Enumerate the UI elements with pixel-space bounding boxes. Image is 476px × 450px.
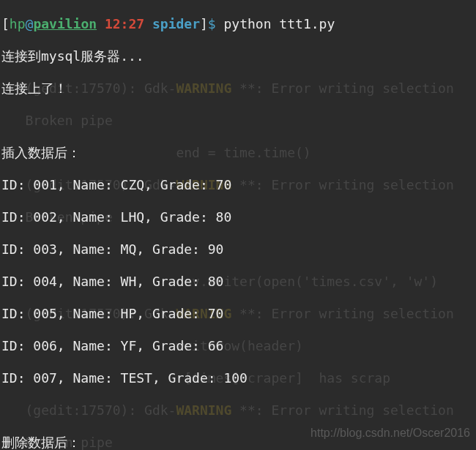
- prompt-host: pavilion: [33, 16, 97, 31]
- data-row: ID: 002, Name: LHQ, Grade: 80: [1, 209, 476, 225]
- prompt-dir: spider: [152, 16, 200, 31]
- data-row: ID: 001, Name: CZQ, Grade: 70: [1, 177, 476, 193]
- bracket-close: ]: [200, 16, 208, 31]
- connect-line: 连接到mysql服务器...: [1, 48, 476, 64]
- data-row: ID: 003, Name: MQ, Grade: 90: [1, 241, 476, 258]
- data-row: ID: 007, Name: TEST, Grade: 100: [1, 370, 476, 386]
- prompt-at: @: [26, 16, 34, 31]
- connected-line: 连接上了！: [1, 80, 476, 97]
- watermark: http://blog.csdn.net/Oscer2016: [310, 425, 470, 441]
- data-row: ID: 004, Name: WH, Grade: 80: [1, 274, 476, 290]
- data-row: ID: 005, Name: HP, Grade: 70: [1, 306, 476, 322]
- prompt-line[interactable]: [hp@pavilion 12:27 spider]$ python ttt1.…: [1, 16, 476, 32]
- data-row: ID: 006, Name: YF, Grade: 66: [1, 338, 476, 354]
- section-insert-header: 插入数据后：: [1, 145, 476, 161]
- bracket-open: [: [1, 16, 10, 31]
- prompt-time: 12:27: [105, 16, 144, 31]
- command-text: python ttt1.py: [224, 16, 335, 31]
- prompt-user: hp: [10, 16, 26, 31]
- terminal-output: [hp@pavilion 12:27 spider]$ python ttt1.…: [0, 0, 476, 450]
- prompt-dollar: $: [208, 16, 216, 31]
- terminal-window[interactable]: (gedit:17570): Gdk-WARNING **: Error wri…: [0, 0, 476, 450]
